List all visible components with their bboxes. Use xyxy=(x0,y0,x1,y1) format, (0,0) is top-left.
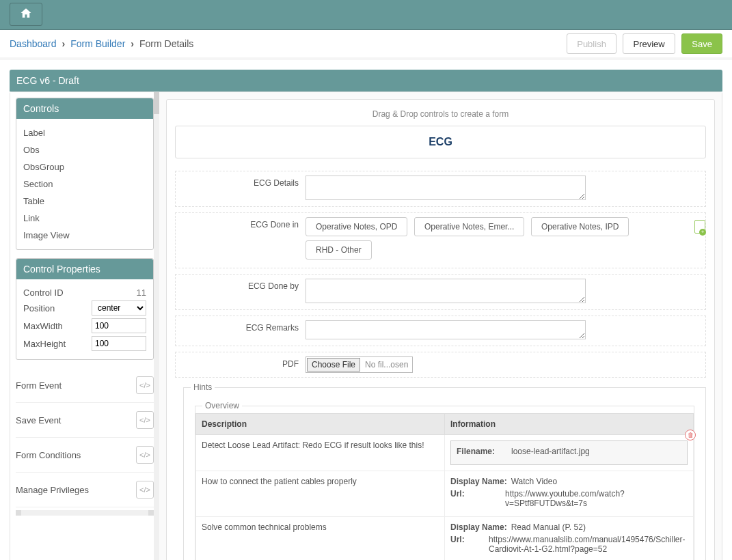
chevron-right-icon: › xyxy=(62,38,66,49)
form-conditions-row[interactable]: Form Conditions </> xyxy=(16,438,154,473)
hint-desc: Solve common technical problems xyxy=(196,517,445,561)
table-row: How to connect the patient cables proper… xyxy=(196,471,694,517)
home-button[interactable] xyxy=(10,3,42,26)
control-item-obs[interactable]: Obs xyxy=(23,141,146,158)
url-value: https://www.youtube.com/watch?v=SPtf8FUT… xyxy=(505,489,688,508)
sidebar: Controls Label Obs ObsGroup Section Tabl… xyxy=(10,92,159,560)
filename-value: loose-lead-artifact.jpg xyxy=(511,447,590,456)
preview-button[interactable]: Preview xyxy=(623,33,675,54)
save-event-label: Save Event xyxy=(16,415,62,425)
control-item-obsgroup[interactable]: ObsGroup xyxy=(23,158,146,176)
controls-list: Label Obs ObsGroup Section Table Link Im… xyxy=(16,119,153,249)
table-row: Detect Loose Lead Artifact: Redo ECG if … xyxy=(196,435,694,471)
breadcrumb-bar: Dashboard › Form Builder › Form Details … xyxy=(0,30,732,60)
field-ecg-done-by[interactable]: ECG Done by xyxy=(175,274,706,310)
field-label: PDF xyxy=(180,356,306,373)
file-info-box: Filename: loose-lead-artifact.jpg xyxy=(450,440,688,465)
field-label: ECG Remarks xyxy=(180,320,306,341)
code-icon[interactable]: </> xyxy=(136,446,154,464)
breadcrumb-current: Form Details xyxy=(139,38,193,49)
form-event-row[interactable]: Form Event </> xyxy=(16,368,154,403)
form-conditions-label: Form Conditions xyxy=(16,450,81,460)
display-name-value: Read Manual (P. 52) xyxy=(511,522,586,532)
prop-position-label: Position xyxy=(23,303,92,313)
hint-desc: Detect Loose Lead Artifact: Redo ECG if … xyxy=(196,435,445,471)
control-properties-panel: Control Properties Control ID 11 Positio… xyxy=(16,258,154,360)
sidebar-v-scrollbar-track[interactable] xyxy=(154,92,159,560)
control-properties-title: Control Properties xyxy=(16,259,153,279)
prop-maxwidth-label: MaxWidth xyxy=(23,321,92,331)
sidebar-h-scrollbar[interactable] xyxy=(16,510,154,516)
manage-privileges-label: Manage Privileges xyxy=(16,485,89,495)
controls-panel-title: Controls xyxy=(16,98,153,119)
filename-label: Filename: xyxy=(457,447,511,456)
form-title: ECG xyxy=(185,136,696,148)
prop-maxheight-input[interactable] xyxy=(92,336,146,351)
overview-title: Overview xyxy=(202,401,242,410)
option-ipd[interactable]: Operative Notes, IPD xyxy=(531,217,629,236)
delete-icon[interactable]: 🗑 xyxy=(685,430,696,440)
field-pdf[interactable]: PDF Choose File No fil...osen xyxy=(175,352,706,378)
panel-title: ECG v6 - Draft xyxy=(10,70,722,92)
save-button[interactable]: Save xyxy=(681,33,722,54)
prop-maxwidth-input[interactable] xyxy=(92,318,146,333)
table-row: Solve common technical problems Display … xyxy=(196,517,694,561)
field-label: ECG Details xyxy=(180,176,306,202)
prop-control-id-label: Control ID xyxy=(23,288,137,298)
field-ecg-done-in[interactable]: ECG Done in Operative Notes, OPD Operati… xyxy=(175,212,706,268)
field-label: ECG Done by xyxy=(180,279,306,305)
manage-privileges-row[interactable]: Manage Privileges </> xyxy=(16,473,154,507)
control-item-label[interactable]: Label xyxy=(23,124,146,141)
option-rhd-other[interactable]: RHD - Other xyxy=(306,240,372,260)
breadcrumb-form-builder[interactable]: Form Builder xyxy=(70,38,125,49)
option-emer[interactable]: Operative Notes, Emer... xyxy=(414,217,524,236)
layout: Controls Label Obs ObsGroup Section Tabl… xyxy=(10,92,722,560)
hints-section: Hints Overview Description Information D… xyxy=(183,387,706,560)
ecg-remarks-input[interactable] xyxy=(306,320,586,339)
control-item-section[interactable]: Section xyxy=(23,176,146,193)
add-option-icon[interactable] xyxy=(694,220,705,234)
col-description: Description xyxy=(196,414,445,435)
url-label: Url: xyxy=(450,489,505,508)
option-opd[interactable]: Operative Notes, OPD xyxy=(306,217,407,236)
sidebar-v-scrollbar-thumb[interactable] xyxy=(154,92,159,114)
top-nav xyxy=(0,0,732,30)
controls-panel: Controls Label Obs ObsGroup Section Tabl… xyxy=(16,98,154,250)
col-information: Information xyxy=(445,414,694,435)
hints-title: Hints xyxy=(191,382,215,392)
prop-control-id-value: 11 xyxy=(137,288,146,298)
form-event-label: Form Event xyxy=(16,380,62,391)
display-name-label: Display Name: xyxy=(450,522,511,532)
breadcrumb: Dashboard › Form Builder › Form Details xyxy=(10,38,193,49)
save-event-row[interactable]: Save Event </> xyxy=(16,403,154,438)
breadcrumb-dashboard[interactable]: Dashboard xyxy=(10,38,57,49)
control-item-table[interactable]: Table xyxy=(23,193,146,210)
display-name-label: Display Name: xyxy=(450,477,511,486)
file-input-wrap: Choose File No fil...osen xyxy=(306,356,413,373)
code-icon[interactable]: </> xyxy=(136,411,154,429)
url-label: Url: xyxy=(450,535,489,554)
action-buttons: Publish Preview Save xyxy=(562,33,722,54)
form-title-box[interactable]: ECG xyxy=(175,126,706,158)
field-ecg-remarks[interactable]: ECG Remarks xyxy=(175,316,706,346)
ecg-done-by-input[interactable] xyxy=(306,279,586,303)
chevron-right-icon: › xyxy=(131,38,134,49)
display-name-value: Watch Video xyxy=(511,477,557,486)
hints-table: Description Information Detect Loose Lea… xyxy=(195,413,694,560)
drag-drop-hint: Drag & Drop controls to create a form xyxy=(175,108,706,126)
code-icon[interactable]: </> xyxy=(136,376,154,394)
prop-position-select[interactable]: center xyxy=(92,300,146,316)
ecg-details-input[interactable] xyxy=(306,176,586,200)
control-item-image-view[interactable]: Image View xyxy=(23,227,146,244)
url-value: https://www.manualslib.com/manual/149547… xyxy=(489,535,666,554)
code-icon[interactable]: </> xyxy=(136,481,154,499)
field-label: ECG Done in xyxy=(180,217,306,264)
overview-section: Overview Description Information Detect … xyxy=(195,406,694,560)
canvas: Drag & Drop controls to create a form EC… xyxy=(159,92,722,560)
control-item-link[interactable]: Link xyxy=(23,210,146,227)
prop-maxheight-label: MaxHeight xyxy=(23,339,92,349)
choose-file-button[interactable]: Choose File xyxy=(307,358,360,372)
publish-button[interactable]: Publish xyxy=(567,33,616,54)
file-status-text: No fil...osen xyxy=(361,360,412,369)
field-ecg-details[interactable]: ECG Details xyxy=(175,171,706,207)
